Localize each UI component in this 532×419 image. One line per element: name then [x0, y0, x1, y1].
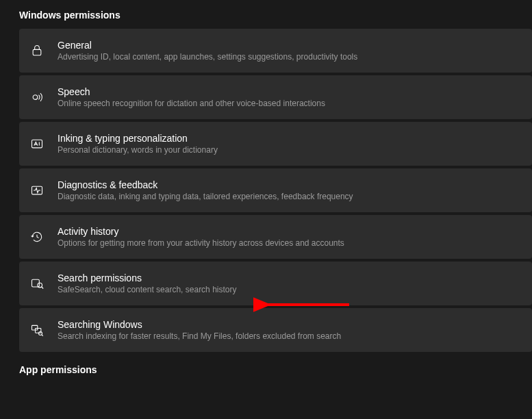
activity-history-item[interactable]: Activity history Options for getting mor… — [19, 215, 532, 259]
speech-item[interactable]: Speech Online speech recognition for dic… — [19, 75, 532, 119]
search-permissions-icon — [30, 277, 44, 290]
diagnostics-feedback-item[interactable]: Diagnostics & feedback Diagnostic data, … — [19, 168, 532, 212]
diagnostics-icon — [30, 183, 44, 197]
windows-permissions-list: General Advertising ID, local content, a… — [0, 29, 532, 352]
speech-icon — [30, 90, 44, 104]
svg-rect-7 — [36, 329, 41, 333]
diagnostics-feedback-title: Diagnostics & feedback — [58, 179, 353, 190]
general-item[interactable]: General Advertising ID, local content, a… — [19, 29, 532, 73]
diagnostics-feedback-description: Diagnostic data, inking and typing data,… — [58, 192, 353, 201]
svg-point-1 — [33, 95, 38, 100]
searching-windows-description: Search indexing for faster results, Find… — [58, 331, 341, 341]
app-permissions-header: App permissions — [0, 355, 532, 383]
searching-windows-item[interactable]: Searching Windows Search indexing for fa… — [19, 308, 532, 352]
svg-rect-6 — [32, 325, 38, 330]
windows-permissions-header: Windows permissions — [0, 0, 532, 29]
searching-windows-title: Searching Windows — [58, 319, 341, 330]
history-icon — [30, 230, 44, 244]
speech-title: Speech — [58, 86, 325, 97]
activity-history-description: Options for getting more from your activ… — [58, 238, 344, 248]
inking-icon — [30, 137, 44, 151]
svg-point-5 — [38, 283, 42, 288]
svg-rect-0 — [33, 49, 41, 55]
activity-history-title: Activity history — [58, 226, 344, 237]
lock-icon — [30, 44, 44, 58]
speech-description: Online speech recognition for dictation … — [58, 99, 325, 108]
inking-typing-title: Inking & typing personalization — [58, 133, 218, 144]
general-description: Advertising ID, local content, app launc… — [58, 52, 357, 62]
inking-typing-description: Personal dictionary, words in your dicti… — [58, 145, 218, 155]
general-title: General — [58, 40, 357, 51]
search-permissions-item[interactable]: Search permissions SafeSearch, cloud con… — [19, 262, 532, 305]
search-permissions-description: SafeSearch, cloud content search, search… — [58, 285, 236, 294]
inking-typing-item[interactable]: Inking & typing personalization Personal… — [19, 122, 532, 166]
svg-point-8 — [39, 332, 42, 335]
search-permissions-title: Search permissions — [58, 272, 236, 283]
searching-windows-icon — [30, 323, 44, 337]
